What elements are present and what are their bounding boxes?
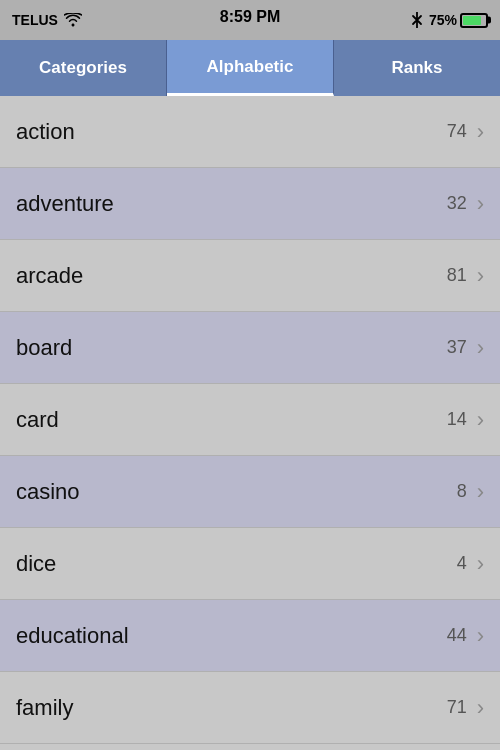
tab-ranks[interactable]: Ranks bbox=[334, 40, 500, 96]
chevron-icon: › bbox=[477, 695, 484, 721]
list-item-partial[interactable]: kids 97 › bbox=[0, 744, 500, 750]
tab-alphabetic-label: Alphabetic bbox=[207, 57, 294, 77]
tab-categories[interactable]: Categories bbox=[0, 40, 167, 96]
item-right: 32 › bbox=[447, 191, 484, 217]
list-item[interactable]: casino 8 › bbox=[0, 456, 500, 528]
status-right-area: 75% bbox=[411, 12, 488, 28]
battery-percent: 75% bbox=[429, 12, 457, 28]
item-count: 32 bbox=[447, 193, 467, 214]
time-display: 8:59 PM bbox=[220, 8, 280, 26]
carrier-wifi: TELUS bbox=[12, 12, 82, 28]
chevron-icon: › bbox=[477, 551, 484, 577]
item-count: 4 bbox=[457, 553, 467, 574]
tab-ranks-label: Ranks bbox=[391, 58, 442, 78]
item-name: arcade bbox=[16, 263, 83, 289]
list-item[interactable]: card 14 › bbox=[0, 384, 500, 456]
item-right: 74 › bbox=[447, 119, 484, 145]
chevron-icon: › bbox=[477, 479, 484, 505]
list-item[interactable]: board 37 › bbox=[0, 312, 500, 384]
chevron-icon: › bbox=[477, 263, 484, 289]
bluetooth-icon bbox=[411, 12, 423, 28]
tab-alphabetic[interactable]: Alphabetic bbox=[167, 40, 334, 96]
tab-categories-label: Categories bbox=[39, 58, 127, 78]
list-item[interactable]: dice 4 › bbox=[0, 528, 500, 600]
battery-icon bbox=[460, 13, 488, 28]
item-name: card bbox=[16, 407, 59, 433]
item-right: 37 › bbox=[447, 335, 484, 361]
chevron-icon: › bbox=[477, 407, 484, 433]
item-name: board bbox=[16, 335, 72, 361]
list-item[interactable]: educational 44 › bbox=[0, 600, 500, 672]
item-right: 71 › bbox=[447, 695, 484, 721]
item-right: 44 › bbox=[447, 623, 484, 649]
item-name: adventure bbox=[16, 191, 114, 217]
list-item[interactable]: adventure 32 › bbox=[0, 168, 500, 240]
carrier-label: TELUS bbox=[12, 12, 58, 28]
item-count: 44 bbox=[447, 625, 467, 646]
tab-bar: Categories Alphabetic Ranks bbox=[0, 40, 500, 96]
item-right: 81 › bbox=[447, 263, 484, 289]
list-item[interactable]: family 71 › bbox=[0, 672, 500, 744]
item-count: 81 bbox=[447, 265, 467, 286]
list-item[interactable]: arcade 81 › bbox=[0, 240, 500, 312]
chevron-icon: › bbox=[477, 119, 484, 145]
item-name: action bbox=[16, 119, 75, 145]
chevron-icon: › bbox=[477, 623, 484, 649]
list-item[interactable]: action 74 › bbox=[0, 96, 500, 168]
item-name: educational bbox=[16, 623, 129, 649]
chevron-icon: › bbox=[477, 191, 484, 217]
item-right: 14 › bbox=[447, 407, 484, 433]
item-right: 4 › bbox=[457, 551, 484, 577]
status-bar: TELUS 8:59 PM 75% bbox=[0, 0, 500, 40]
item-name: casino bbox=[16, 479, 80, 505]
wifi-icon bbox=[64, 13, 82, 27]
item-name: family bbox=[16, 695, 73, 721]
item-name: dice bbox=[16, 551, 56, 577]
battery-indicator: 75% bbox=[429, 12, 488, 28]
item-count: 74 bbox=[447, 121, 467, 142]
item-right: 8 › bbox=[457, 479, 484, 505]
item-count: 71 bbox=[447, 697, 467, 718]
chevron-icon: › bbox=[477, 335, 484, 361]
item-count: 14 bbox=[447, 409, 467, 430]
item-count: 37 bbox=[447, 337, 467, 358]
item-count: 8 bbox=[457, 481, 467, 502]
battery-fill bbox=[463, 16, 481, 25]
categories-list: action 74 › adventure 32 › arcade 81 › b… bbox=[0, 96, 500, 750]
